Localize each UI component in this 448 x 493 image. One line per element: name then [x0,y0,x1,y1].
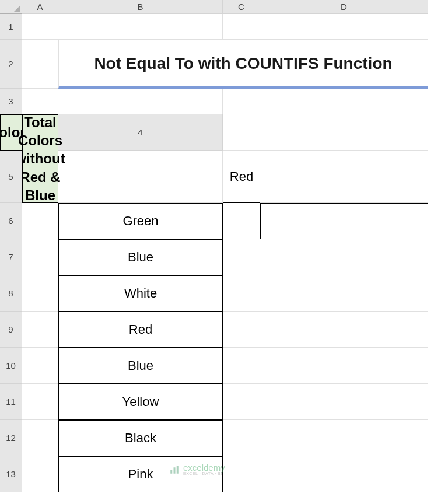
cell-C11[interactable] [223,384,260,420]
watermark-logo: exceldemy EXCEL · DATA · BI [169,464,225,476]
cell-A3[interactable] [22,89,58,114]
cell-A4[interactable] [223,114,260,151]
svg-rect-2 [177,466,178,474]
color-cell-3[interactable]: Blue [58,239,223,275]
color-cell-1[interactable]: Red [223,151,260,203]
cell-A2[interactable] [22,40,58,89]
cell-C4[interactable] [260,114,428,151]
cell-D9[interactable] [260,312,428,348]
cell-C12[interactable] [223,420,260,456]
cell-A10[interactable] [22,348,58,384]
row-header-2[interactable]: 2 [0,40,22,89]
cell-C1[interactable] [223,14,260,40]
cell-C13[interactable] [223,456,260,492]
cell-A9[interactable] [22,312,58,348]
color-cell-8[interactable]: Black [58,420,223,456]
cell-A12[interactable] [22,420,58,456]
spreadsheet-grid[interactable]: A B C D 1 2 Not Equal To with COUNTIFS F… [0,0,448,492]
cell-D11[interactable] [260,384,428,420]
result-header[interactable]: Total Colors without Red & Blue [22,114,58,203]
row-header-8[interactable]: 8 [0,275,22,312]
col-header-B[interactable]: B [58,0,223,14]
color-cell-2[interactable]: Green [58,203,223,239]
select-all-corner[interactable] [0,0,22,14]
cell-A7[interactable] [22,239,58,275]
cell-B1[interactable] [58,14,223,40]
col-header-A[interactable]: A [22,0,58,14]
chart-icon [169,464,180,475]
row-header-11[interactable]: 11 [0,384,22,420]
cell-D8[interactable] [260,275,428,312]
cell-C10[interactable] [223,348,260,384]
row-header-1[interactable]: 1 [0,14,22,40]
cell-C9[interactable] [223,312,260,348]
cell-A1[interactable] [22,14,58,40]
cell-C5[interactable] [260,151,428,203]
color-cell-7[interactable]: Yellow [58,384,223,420]
cell-A6[interactable] [22,203,58,239]
cell-A13[interactable] [22,456,58,492]
svg-rect-1 [174,468,176,474]
cell-D3[interactable] [260,89,428,114]
row-header-7[interactable]: 7 [0,239,22,275]
row-header-3[interactable]: 3 [0,89,22,114]
col-header-C[interactable]: C [223,0,260,14]
cell-A11[interactable] [22,384,58,420]
cell-D12[interactable] [260,420,428,456]
result-cell[interactable] [260,203,428,239]
row-header-12[interactable]: 12 [0,420,22,456]
cell-C3[interactable] [223,89,260,114]
cell-C6[interactable] [223,203,260,239]
cell-C8[interactable] [223,275,260,312]
cell-A5[interactable] [58,151,223,203]
page-title[interactable]: Not Equal To with COUNTIFS Function [58,40,428,89]
watermark-text: exceldemy [183,464,225,472]
cell-D13[interactable] [260,456,428,492]
cell-D7[interactable] [260,239,428,275]
row-header-5[interactable]: 5 [0,151,22,203]
cell-B3[interactable] [58,89,223,114]
row-header-6[interactable]: 6 [0,203,22,239]
row-header-10[interactable]: 10 [0,348,22,384]
svg-rect-0 [170,470,172,474]
row-header-13[interactable]: 13 [0,456,22,492]
cell-A8[interactable] [22,275,58,312]
cell-C7[interactable] [223,239,260,275]
color-cell-5[interactable]: Red [58,312,223,348]
cell-D10[interactable] [260,348,428,384]
col-header-D[interactable]: D [260,0,428,14]
color-cell-6[interactable]: Blue [58,348,223,384]
row-header-9[interactable]: 9 [0,312,22,348]
cell-D1[interactable] [260,14,428,40]
watermark-tagline: EXCEL · DATA · BI [183,472,225,476]
row-header-4[interactable]: 4 [58,114,223,151]
color-cell-4[interactable]: White [58,275,223,312]
